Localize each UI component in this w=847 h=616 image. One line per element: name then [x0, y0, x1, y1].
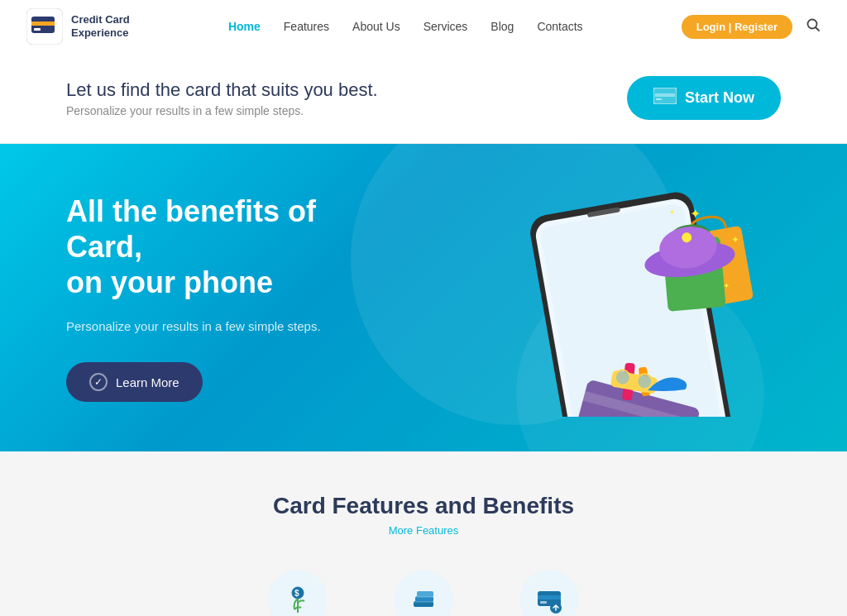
svg-text:✦: ✦	[731, 234, 739, 246]
nav-about[interactable]: About Us	[352, 20, 400, 33]
tagline-subtext: Personalize your results in a few simple…	[66, 104, 378, 117]
features-grid: $	[66, 570, 781, 616]
nav-blog[interactable]: Blog	[490, 20, 514, 33]
svg-rect-2	[31, 21, 55, 26]
phone-illustration-svg: ATM ✦ ✦ ✦ ✦	[450, 152, 797, 417]
feature-icon-circle-2	[394, 570, 453, 616]
tagline-text: Let us find the card that suits you best…	[66, 79, 378, 117]
card-chat-icon	[534, 585, 564, 614]
feature-item-multi	[394, 570, 453, 616]
feature-item-support	[519, 570, 579, 616]
nav-home[interactable]: Home	[228, 20, 261, 33]
tagline-heading: Let us find the card that suits you best…	[66, 79, 378, 101]
svg-rect-7	[655, 93, 675, 97]
svg-point-4	[808, 19, 817, 28]
svg-rect-37	[415, 596, 433, 598]
nav-features[interactable]: Features	[284, 20, 329, 33]
svg-rect-8	[656, 98, 662, 100]
nav-right: Login | Register	[682, 15, 821, 39]
hero-heading: All the benefits of Card, on your phone	[66, 193, 380, 301]
hero-illustration: ATM ✦ ✦ ✦ ✦	[450, 152, 797, 417]
svg-line-5	[816, 27, 820, 31]
stack-cards-icon	[409, 585, 438, 614]
check-icon: ✓	[89, 373, 108, 391]
feature-icon-circle-1: $	[268, 570, 328, 616]
main-nav: Home Features About Us Services Blog Con…	[228, 20, 583, 33]
svg-text:$: $	[294, 589, 299, 598]
svg-text:✦: ✦	[669, 208, 675, 216]
plant-coin-icon: $	[283, 585, 313, 614]
tagline-section: Let us find the card that suits you best…	[0, 53, 847, 144]
feature-icon-circle-3	[519, 570, 579, 616]
hero-content: All the benefits of Card, on your phone …	[66, 193, 380, 402]
card-icon	[653, 88, 677, 108]
logo-area: Credit Card Experience	[26, 8, 130, 45]
hero-section: All the benefits of Card, on your phone …	[0, 144, 847, 451]
header: Credit Card Experience Home Features Abo…	[0, 0, 847, 53]
search-button[interactable]	[806, 17, 821, 36]
nav-services[interactable]: Services	[424, 20, 468, 33]
logo-text: Credit Card Experience	[71, 13, 130, 39]
search-icon	[806, 17, 821, 32]
svg-rect-41	[540, 601, 547, 604]
hero-subtext: Personalize your results in a few simple…	[66, 318, 380, 337]
svg-rect-36	[417, 591, 433, 597]
logo-icon	[26, 8, 63, 45]
features-heading: Card Features and Benefits	[66, 493, 781, 519]
learn-more-button[interactable]: ✓ Learn More	[66, 362, 203, 402]
login-register-button[interactable]: Login | Register	[682, 15, 792, 39]
svg-text:✦: ✦	[690, 207, 701, 221]
feature-item-savings: $	[268, 570, 328, 616]
svg-text:✦: ✦	[723, 281, 730, 290]
svg-rect-3	[34, 28, 41, 31]
features-section: Card Features and Benefits More Features…	[0, 451, 847, 616]
nav-contacts[interactable]: Contacts	[537, 20, 582, 33]
svg-rect-38	[414, 601, 433, 603]
start-now-button[interactable]: Start Now	[627, 76, 781, 120]
svg-rect-40	[538, 595, 561, 599]
features-more-link[interactable]: More Features	[66, 524, 781, 537]
